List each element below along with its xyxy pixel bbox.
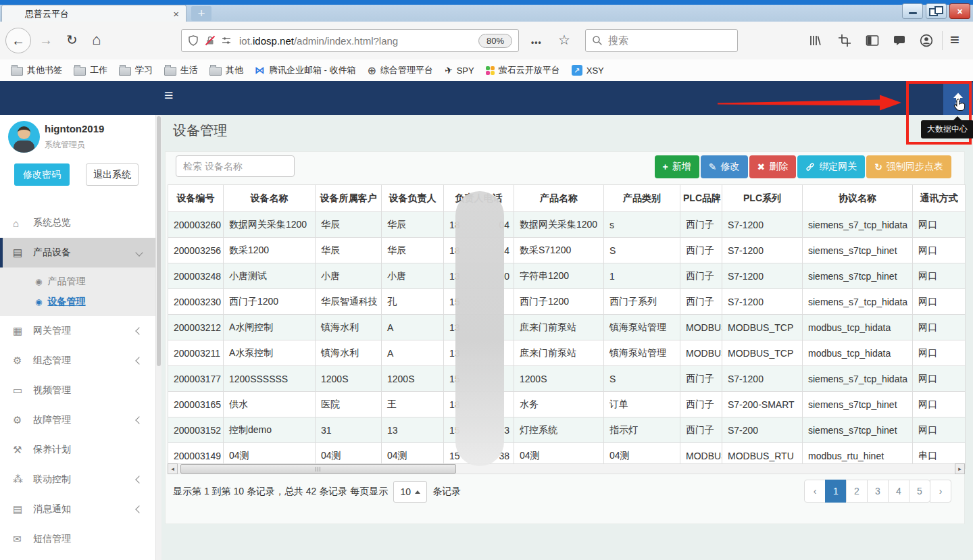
bookmark-item[interactable]: ↗ XSY (572, 65, 604, 76)
scroll-left-button[interactable]: ◂ (168, 463, 178, 474)
table-header-cell[interactable]: 设备负责人 (382, 185, 444, 212)
sidebar-toggle-icon[interactable] (866, 34, 879, 47)
sidebar-subitem[interactable]: ◉ 设备管理 (0, 292, 155, 312)
bookmark-item[interactable]: 学习 (119, 64, 153, 76)
tab-close-icon[interactable]: × (173, 8, 179, 20)
screenshot-crop-icon[interactable] (838, 34, 851, 47)
home-button[interactable]: ⌂ (92, 31, 101, 49)
sidebar-item[interactable]: ⌂ 系统总览 (0, 208, 155, 238)
table-header-cell[interactable]: 设备名称 (224, 185, 316, 212)
sidebar-item[interactable]: ⚙ 故障管理 (0, 405, 155, 435)
table-row[interactable]: 200003256 数采1200 华辰 华辰 184 数采S71200 S 西门… (168, 238, 966, 263)
sidebar-item[interactable]: ▤ 消息通知 (0, 494, 155, 524)
back-button[interactable]: ← (5, 28, 31, 53)
table-row[interactable]: 200003230 西门子1200 华辰智通科技 孔 15 西门子1200 西门… (168, 289, 966, 315)
sidebar-subitem[interactable]: ◉ 产品管理 (0, 272, 155, 292)
table-row[interactable]: 200003211 A水泵控制 镇海水利 A 13 庶来门前泵站 镇海泵站管理 … (168, 340, 966, 366)
app-sidebar-toggle-icon[interactable]: ≡ (164, 86, 173, 105)
toolbar-button[interactable]: + 新增 (655, 155, 699, 178)
table-row[interactable]: 200003212 A水闸控制 镇海水利 A 13 庶来门前泵站 镇海泵站管理 … (168, 315, 966, 340)
sidebar-item[interactable]: ✉ 短信管理 (0, 524, 155, 554)
table-header-cell[interactable]: 负责人电话 (444, 185, 514, 212)
account-icon[interactable] (920, 34, 933, 47)
sidebar-scrollbar[interactable] (155, 115, 161, 560)
scrollbar-thumb[interactable] (157, 116, 161, 366)
table-header-cell[interactable]: PLC系列 (722, 185, 803, 212)
cell-phone: 15 (444, 289, 514, 315)
device-search-input[interactable] (176, 155, 295, 177)
sidebar-item[interactable]: ⚒ 保养计划 (0, 435, 155, 465)
insecure-lock-icon[interactable] (205, 35, 216, 46)
table-header-cell[interactable]: 设备编号 (168, 185, 224, 212)
shield-icon[interactable] (188, 35, 199, 46)
window-minimize-button[interactable] (902, 3, 923, 19)
user-role: 系统管理员 (45, 139, 85, 151)
browser-tab[interactable]: 思普云平台 × (1, 5, 186, 22)
sidebar-item[interactable]: ⚙ 组态管理 (0, 346, 155, 376)
table-row[interactable]: 200003177 1200SSSSSS 1200S 1200S 15 1200… (168, 366, 966, 392)
sidebar-item[interactable]: ▦ 网关管理 (0, 316, 155, 346)
bookmark-item[interactable]: 其他 (209, 64, 243, 76)
page-actions-icon[interactable]: ••• (531, 38, 542, 47)
reload-button[interactable]: ↻ (66, 32, 78, 48)
scroll-right-button[interactable]: ▸ (955, 463, 965, 474)
zoom-level-badge[interactable]: 80% (478, 34, 512, 48)
table-header-cell[interactable]: 设备所属客户 (316, 185, 382, 212)
scrollbar-track[interactable] (178, 463, 955, 474)
table-row[interactable]: 200003248 小唐测试 小唐 小唐 130 字符串1200 1 西门子 S… (168, 263, 966, 289)
next-page-button[interactable]: › (930, 480, 951, 503)
table-header-cell[interactable]: PLC品牌 (680, 185, 722, 212)
window-restore-button[interactable] (926, 3, 947, 19)
logout-button[interactable]: 退出系统 (86, 163, 139, 186)
table-header-cell[interactable]: 协议名称 (803, 185, 913, 212)
browser-search-bar[interactable]: 搜索 (585, 29, 738, 52)
menu-hamburger-icon[interactable]: ≡ (950, 30, 959, 49)
phone-suffix: 38 (499, 451, 509, 461)
table-row[interactable]: 200003152 控制demo 31 13 153 灯控系统 指示灯 西门子 … (168, 417, 966, 443)
window-close-button[interactable]: × (949, 3, 970, 19)
scrollbar-thumb[interactable] (180, 464, 456, 474)
prev-page-button[interactable]: ‹ (804, 480, 826, 503)
url-bar[interactable]: iot.idosp.net/admin/index.html?lang 80% (181, 29, 519, 52)
toolbar-button[interactable]: ✎ 修改 (701, 155, 748, 178)
sidebar-item[interactable]: ▭ 视频管理 (0, 376, 155, 405)
phone-prefix: 13 (449, 348, 460, 359)
bookmark-item[interactable]: 萤石云开放平台 (486, 64, 560, 76)
sidebar-item[interactable]: ▤ 产品设备 (0, 238, 155, 268)
table-row[interactable]: 200003260 数据网关采集1200 华辰 华辰 1804 数据网关采集12… (168, 212, 966, 238)
bookmark-item[interactable]: ✈ SPY (445, 65, 474, 76)
cell-plc-brand: 西门子 (680, 238, 722, 263)
bookmark-item[interactable]: ⋈ 腾讯企业邮箱 - 收件箱 (255, 64, 356, 76)
permissions-icon[interactable] (222, 36, 231, 45)
url-text[interactable]: iot.idosp.net/admin/index.html?lang (239, 35, 398, 47)
new-tab-button[interactable]: + (191, 6, 211, 21)
table-header-cell[interactable]: 产品名称 (514, 185, 604, 212)
big-data-center-button[interactable] (943, 82, 973, 115)
page-number-button[interactable]: 3 (867, 480, 889, 503)
toolbar-button[interactable]: ↻ 强制同步点表 (866, 155, 951, 178)
forward-button[interactable]: → (39, 32, 53, 48)
page-number-button[interactable]: 1 (825, 480, 847, 503)
page-number-button[interactable]: 4 (888, 480, 909, 503)
bookmark-item[interactable]: 其他书签 (11, 64, 62, 76)
page-number-button[interactable]: 2 (846, 480, 868, 503)
avatar[interactable] (8, 121, 40, 153)
bookmark-item[interactable]: 生活 (164, 64, 198, 76)
pocket-bubble-icon[interactable] (893, 34, 906, 47)
change-password-button[interactable]: 修改密码 (14, 163, 70, 186)
sidebar-item[interactable]: ⁂ 联动控制 (0, 465, 155, 494)
sidebar-item-label: 联动控制 (33, 474, 71, 486)
toolbar-button[interactable]: 绑定网关 (797, 155, 865, 178)
bookmark-star-icon[interactable]: ☆ (558, 32, 570, 48)
toolbar-button[interactable]: ✖ 删除 (749, 155, 797, 178)
bookmark-item[interactable]: 工作 (74, 64, 107, 76)
table-header-cell[interactable]: 产品类别 (604, 185, 680, 212)
bookmark-item[interactable]: ⊕ 综合管理平台 (368, 64, 433, 77)
table-horizontal-scrollbar[interactable]: ◂ ▸ (168, 463, 965, 474)
page-number-button[interactable]: 5 (909, 480, 930, 503)
table-header-cell[interactable]: 通讯方式 (913, 185, 966, 212)
library-icon[interactable] (808, 34, 822, 47)
phone-prefix: 15 (449, 425, 460, 436)
table-row[interactable]: 200003165 供水 医院 王 18 水务 订单 西门子 S7-200-SM… (168, 392, 966, 417)
page-size-select[interactable]: 10 (393, 481, 427, 503)
